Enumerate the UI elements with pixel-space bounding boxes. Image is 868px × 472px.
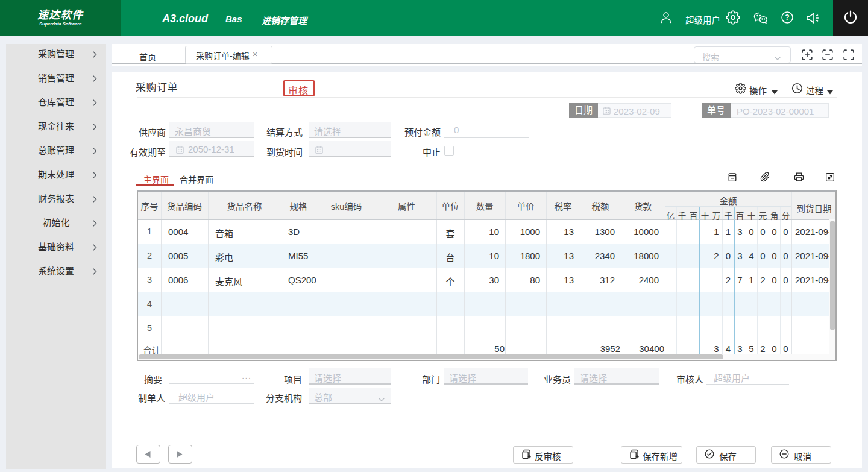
svg-text:?: ? [785,13,789,22]
